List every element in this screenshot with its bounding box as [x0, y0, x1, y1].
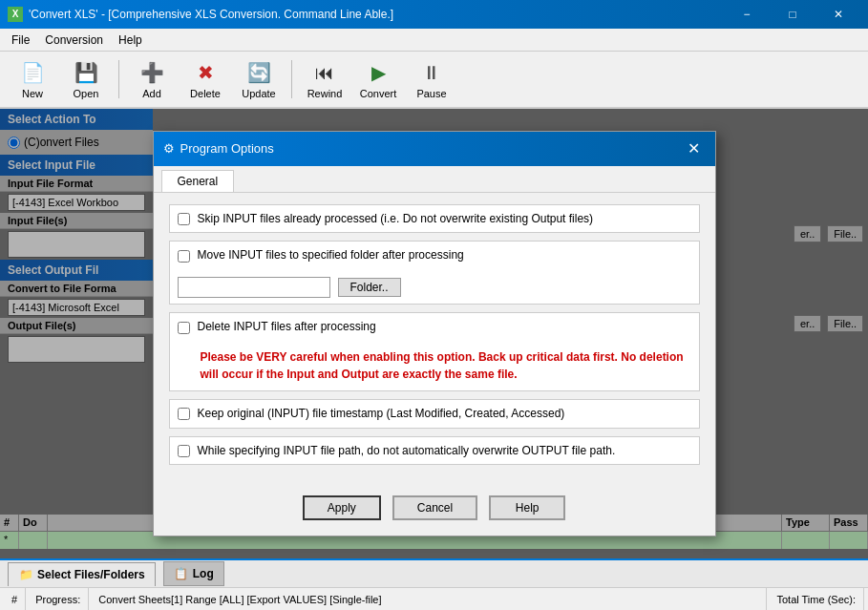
dialog-icon: ⚙ [163, 141, 175, 156]
convert-label: Convert [360, 88, 397, 99]
dialog-tab-general[interactable]: General [161, 170, 235, 192]
update-icon: 🔄 [245, 59, 272, 86]
delete-warning-text: Please be VERY careful when enabling thi… [201, 350, 684, 381]
folder-tab-icon: 📁 [18, 567, 33, 582]
bottom-bar: 📁 Select Files/Folders 📋 Log [0, 558, 868, 587]
open-icon: 💾 [73, 59, 99, 86]
update-button[interactable]: 🔄 Update [234, 54, 284, 104]
dialog-title-bar: ⚙ Program Options ✕ [154, 132, 715, 166]
toolbar-separator-1 [118, 60, 119, 98]
pause-icon: ⏸ [418, 59, 445, 86]
status-hash: # [4, 588, 26, 610]
pause-label: Pause [416, 88, 446, 99]
tab-log[interactable]: 📋 Log [163, 561, 224, 586]
main-area: Select Action To (C)onvert Files Select … [0, 109, 868, 558]
label-skip-processed: Skip INPUT files already processed (i.e.… [198, 211, 594, 227]
status-hash-label: # [11, 594, 17, 605]
title-bar: X 'Convert XLS' - [Comprehensive XLS Con… [0, 0, 868, 29]
window-close-button[interactable]: ✕ [816, 0, 860, 29]
tab-select-files-folders[interactable]: 📁 Select Files/Folders [8, 562, 156, 586]
checkbox-skip-processed[interactable] [178, 213, 190, 225]
status-progress: Progress: [28, 588, 89, 610]
menu-conversion[interactable]: Conversion [37, 32, 111, 49]
program-options-dialog: ⚙ Program Options ✕ General Skip INPUT f… [153, 131, 716, 537]
option-no-overwrite-output: While specifying INPUT file path, do not… [169, 436, 700, 466]
option-delete-files: Delete INPUT files after processing Plea… [169, 312, 700, 391]
dialog-tabs: General [154, 166, 715, 193]
cancel-button[interactable]: Cancel [392, 495, 477, 520]
checkbox-keep-timestamp[interactable] [178, 408, 190, 420]
toolbar: 📄 New 💾 Open ➕ Add ✖ Delete 🔄 Update ⏮ R… [0, 52, 868, 109]
folder-input-row: Folder.. [178, 277, 401, 298]
rewind-button[interactable]: ⏮ Rewind [300, 54, 349, 104]
dialog-actions: Apply Cancel Help [154, 484, 715, 536]
toolbar-separator-2 [291, 60, 292, 98]
title-bar-controls: − □ ✕ [725, 0, 860, 29]
delete-button[interactable]: ✖ Delete [180, 54, 230, 104]
option-move-files: Move INPUT files to specified folder aft… [169, 241, 700, 305]
app-icon: X [8, 7, 23, 22]
status-convert-info: Convert Sheets[1] Range [ALL] [Export VA… [91, 588, 767, 610]
new-label: New [22, 88, 43, 99]
open-button[interactable]: 💾 Open [61, 54, 111, 104]
menu-bar: File Conversion Help [0, 29, 868, 52]
convert-button[interactable]: ▶ Convert [353, 54, 403, 104]
add-label: Add [142, 88, 161, 99]
new-icon: 📄 [19, 59, 46, 86]
folder-path-input[interactable] [178, 277, 330, 298]
apply-button[interactable]: Apply [303, 495, 381, 520]
dialog-close-button[interactable]: ✕ [683, 137, 706, 160]
log-tab-icon: 📋 [174, 566, 189, 581]
tab-log-label: Log [193, 567, 214, 580]
status-total-time: Total Time (Sec): [769, 588, 864, 610]
label-delete-files: Delete INPUT files after processing [198, 319, 376, 335]
option-skip-processed: Skip INPUT files already processed (i.e.… [169, 204, 700, 234]
rewind-icon: ⏮ [311, 59, 338, 86]
modal-overlay: ⚙ Program Options ✕ General Skip INPUT f… [0, 109, 868, 558]
rewind-label: Rewind [307, 88, 343, 99]
add-button[interactable]: ➕ Add [127, 54, 177, 104]
checkbox-no-overwrite-output[interactable] [178, 445, 190, 457]
dialog-title: Program Options [180, 141, 274, 156]
folder-browse-button[interactable]: Folder.. [338, 278, 401, 297]
add-icon: ➕ [138, 59, 165, 86]
tab-select-files-label: Select Files/Folders [37, 568, 145, 581]
status-total-time-label: Total Time (Sec): [776, 594, 856, 605]
label-move-files: Move INPUT files to specified folder aft… [198, 247, 464, 263]
status-bar: # Progress: Convert Sheets[1] Range [ALL… [0, 587, 868, 610]
window-title: 'Convert XLS' - [Comprehensive XLS Conve… [29, 8, 393, 21]
delete-icon: ✖ [192, 59, 219, 86]
option-keep-timestamp: Keep original (INPUT) file timestamp (La… [169, 399, 700, 429]
new-button[interactable]: 📄 New [8, 54, 57, 104]
update-label: Update [242, 88, 275, 99]
menu-file[interactable]: File [4, 32, 37, 49]
menu-help[interactable]: Help [111, 32, 150, 49]
label-no-overwrite-output: While specifying INPUT file path, do not… [198, 443, 616, 459]
title-bar-left: X 'Convert XLS' - [Comprehensive XLS Con… [8, 7, 393, 22]
convert-icon: ▶ [365, 59, 392, 86]
label-keep-timestamp: Keep original (INPUT) file timestamp (La… [198, 406, 565, 422]
minimize-button[interactable]: − [725, 0, 769, 29]
checkbox-delete-files[interactable] [178, 322, 190, 334]
pause-button[interactable]: ⏸ Pause [407, 54, 456, 104]
maximize-button[interactable]: □ [771, 0, 815, 29]
checkbox-move-files[interactable] [178, 250, 190, 263]
dialog-body: Skip INPUT files already processed (i.e.… [154, 193, 715, 485]
status-convert-text: Convert Sheets[1] Range [ALL] [Export VA… [98, 594, 381, 605]
dialog-title-left: ⚙ Program Options [163, 141, 274, 156]
delete-label: Delete [190, 88, 221, 99]
help-button[interactable]: Help [489, 495, 565, 520]
status-progress-label: Progress: [35, 594, 80, 605]
open-label: Open [74, 88, 99, 99]
